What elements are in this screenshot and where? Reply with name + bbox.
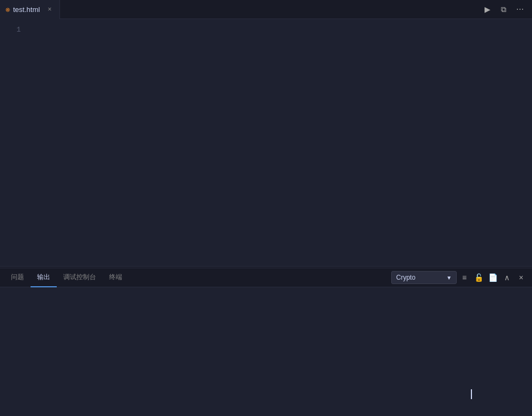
tab-terminal[interactable]: 终端 [103, 268, 129, 287]
line-number-1: 1 [0, 25, 21, 35]
dropdown-value: Crypto [396, 274, 415, 281]
line-numbers: 1 [0, 19, 27, 266]
new-file-button[interactable]: 📄 [486, 271, 499, 284]
more-actions-button[interactable]: ⋯ [512, 2, 528, 17]
lock-scroll-button[interactable]: 🔓 [472, 271, 485, 284]
dropdown-arrow-icon: ▼ [446, 275, 452, 281]
panel-controls: Crypto ▼ ≡ 🔓 📄 ∧ × [391, 271, 528, 284]
tab-output[interactable]: 输出 [31, 268, 57, 287]
tab-close-button[interactable]: × [45, 5, 54, 14]
clear-output-button[interactable]: ≡ [458, 271, 471, 284]
file-tab[interactable]: ⎈ test.html × [0, 0, 60, 19]
tab-debug-console[interactable]: 调试控制台 [57, 268, 103, 287]
cursor [471, 389, 472, 399]
tab-problems[interactable]: 问题 [4, 268, 31, 287]
collapse-panel-button[interactable]: ∧ [500, 271, 513, 284]
split-editor-button[interactable]: ⧉ [496, 2, 511, 17]
html-file-icon: ⎈ [5, 5, 10, 14]
tab-bar: ⎈ test.html × ▶ ⧉ ⋯ [0, 0, 532, 19]
panel-content[interactable] [0, 287, 532, 415]
bottom-panel: 问题 输出 调试控制台 终端 Crypto ▼ ≡ 🔓 📄 ∧ × [0, 268, 532, 415]
output-source-dropdown[interactable]: Crypto ▼ [391, 271, 457, 284]
tab-actions: ▶ ⧉ ⋯ [480, 2, 532, 17]
run-button[interactable]: ▶ [480, 2, 495, 17]
close-panel-button[interactable]: × [515, 271, 528, 284]
editor-area[interactable]: 1 [0, 19, 532, 266]
panel-tab-bar: 问题 输出 调试控制台 终端 Crypto ▼ ≡ 🔓 📄 ∧ × [0, 268, 532, 287]
editor-content[interactable] [27, 19, 532, 266]
tab-filename: test.html [13, 5, 40, 14]
